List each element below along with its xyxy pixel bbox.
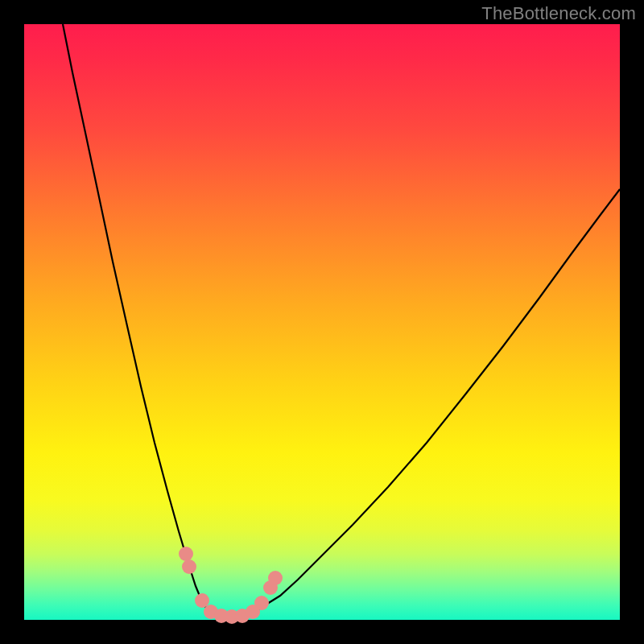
right-curve xyxy=(259,189,620,609)
marker-left-upper-a xyxy=(179,547,193,561)
left-curve xyxy=(63,24,205,607)
marker-group xyxy=(179,547,283,624)
plot-area xyxy=(24,24,620,620)
chart-frame: TheBottleneck.com xyxy=(0,0,644,644)
watermark-text: TheBottleneck.com xyxy=(481,3,636,24)
curve-svg xyxy=(24,24,620,620)
marker-right-lower xyxy=(254,596,269,610)
marker-left-upper-b xyxy=(182,559,196,574)
marker-right-upper-b xyxy=(268,571,283,585)
marker-left-lower xyxy=(195,593,209,608)
